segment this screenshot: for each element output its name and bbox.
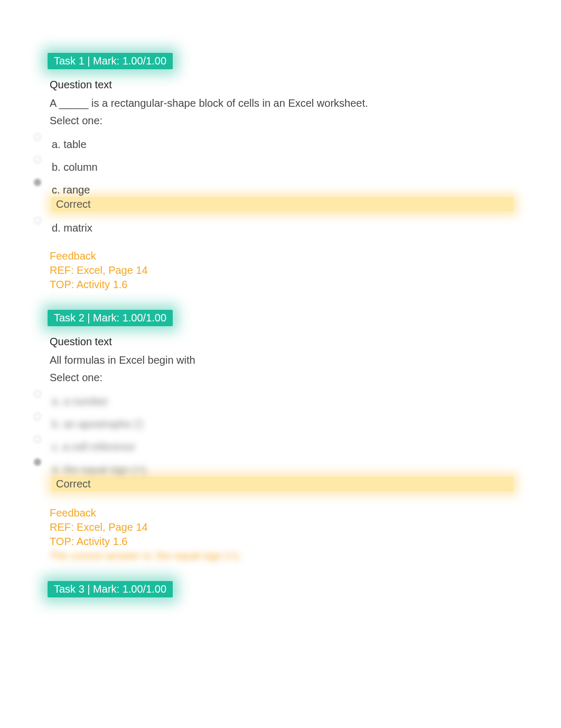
task-header: Task 1 | Mark: 1.00/1.00: [48, 53, 173, 69]
select-one-label: Select one:: [48, 115, 513, 127]
task-header: Task 3 | Mark: 1.00/1.00: [48, 581, 173, 597]
radio-icon: [34, 133, 41, 141]
option-a[interactable]: a. a number: [37, 388, 513, 411]
option-c[interactable]: c. range Correct: [37, 177, 513, 215]
option-d[interactable]: d. matrix: [37, 215, 513, 237]
question-prompt: All formulas in Excel begin with: [48, 354, 513, 366]
radio-icon-selected: [34, 179, 41, 186]
feedback-heading: Feedback: [50, 507, 513, 519]
option-a[interactable]: a. table: [37, 131, 513, 154]
feedback-ref: REF: Excel, Page 14: [50, 521, 513, 533]
correct-badge: Correct: [52, 197, 513, 211]
feedback-heading: Feedback: [50, 250, 513, 262]
feedback-block: Feedback REF: Excel, Page 14 TOP: Activi…: [48, 507, 513, 562]
option-label: d. matrix: [39, 218, 513, 234]
feedback-top: TOP: Activity 1.6: [50, 279, 513, 291]
task-block-2: Task 2 | Mark: 1.00/1.00 Question text A…: [48, 310, 513, 562]
option-label: d. the equal sign (=).: [39, 459, 513, 476]
feedback-top: TOP: Activity 1.6: [50, 536, 513, 548]
question-text-label: Question text: [48, 79, 513, 91]
correct-badge: Correct: [52, 477, 513, 491]
option-label: c. range: [39, 180, 513, 196]
question-text-label: Question text: [48, 336, 513, 348]
option-label: a. table: [39, 134, 513, 151]
question-prompt: A _____ is a rectangular-shape block of …: [48, 97, 513, 109]
feedback-block: Feedback REF: Excel, Page 14 TOP: Activi…: [48, 250, 513, 291]
radio-icon: [34, 156, 41, 163]
task-block-3: Task 3 | Mark: 1.00/1.00: [48, 581, 513, 607]
option-label: b. column: [39, 157, 513, 173]
task-block-1: Task 1 | Mark: 1.00/1.00 Question text A…: [48, 53, 513, 291]
option-c[interactable]: c. a cell reference: [37, 434, 513, 456]
select-one-label: Select one:: [48, 372, 513, 384]
radio-icon: [34, 217, 41, 224]
option-b[interactable]: b. column: [37, 154, 513, 177]
task-header: Task 2 | Mark: 1.00/1.00: [48, 310, 173, 326]
feedback-correct-answer: The correct answer is: the equal sign (=…: [50, 550, 513, 562]
option-label: a. a number: [39, 391, 513, 408]
feedback-ref: REF: Excel, Page 14: [50, 264, 513, 277]
option-label: c. a cell reference: [39, 437, 513, 453]
page-content: Task 1 | Mark: 1.00/1.00 Question text A…: [0, 0, 561, 728]
option-d[interactable]: d. the equal sign (=). Correct: [37, 456, 513, 494]
option-b[interactable]: b. an apostrophe ('): [37, 411, 513, 434]
option-label: b. an apostrophe ('): [39, 414, 513, 430]
